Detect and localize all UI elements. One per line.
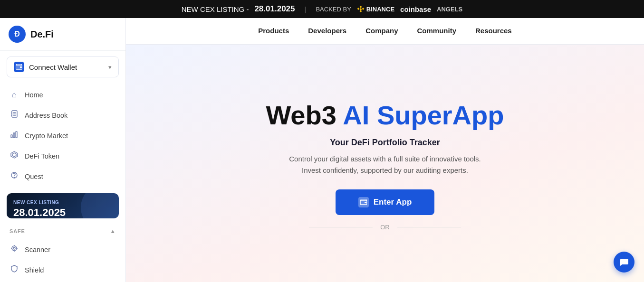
chat-button[interactable] bbox=[614, 252, 634, 273]
svg-point-24 bbox=[13, 247, 15, 249]
enter-app-label: Enter App bbox=[374, 197, 412, 207]
address-book-label: Address Book bbox=[25, 112, 67, 119]
or-label: OR bbox=[380, 224, 390, 231]
sidebar-item-scanner[interactable]: Scanner bbox=[0, 239, 125, 260]
hero-title-blue: AI SuperApp bbox=[343, 100, 504, 130]
chevron-down-icon: ▾ bbox=[108, 64, 112, 71]
svg-rect-16 bbox=[13, 133, 15, 138]
nav-products[interactable]: Products bbox=[258, 18, 289, 44]
hero-title-black: Web3 bbox=[266, 100, 343, 130]
crypto-market-label: Crypto Market bbox=[25, 132, 68, 140]
wallet-icon bbox=[14, 62, 24, 72]
svg-marker-4 bbox=[359, 8, 362, 10]
banner-backed-label: BACKED BY bbox=[316, 6, 351, 13]
hero-title: Web3 AI SuperApp bbox=[266, 101, 504, 130]
safe-nav-section: Scanner Shield bbox=[0, 237, 125, 282]
nav-community[interactable]: Community bbox=[417, 18, 457, 44]
content-area: Products Developers Company Community Re… bbox=[126, 18, 644, 282]
top-nav: Products Developers Company Community Re… bbox=[126, 18, 644, 45]
scanner-icon bbox=[10, 244, 19, 254]
svg-point-23 bbox=[12, 246, 17, 251]
svg-marker-19 bbox=[12, 153, 16, 157]
or-line-left bbox=[309, 227, 373, 227]
coinbase-label: coinbase bbox=[400, 5, 431, 13]
sidebar: Ð De.Fi Connect Wallet ▾ ⌂ Home Address … bbox=[0, 18, 126, 282]
quest-label: Quest bbox=[25, 173, 43, 180]
nav-developers[interactable]: Developers bbox=[308, 18, 346, 44]
sidebar-item-home[interactable]: ⌂ Home bbox=[0, 85, 125, 105]
logo-text: De.Fi bbox=[30, 29, 54, 40]
sidebar-item-shield[interactable]: Shield bbox=[0, 260, 125, 280]
svg-marker-1 bbox=[357, 8, 359, 10]
connect-wallet-button[interactable]: Connect Wallet ▾ bbox=[7, 56, 119, 77]
quest-icon bbox=[10, 171, 19, 181]
enter-app-button[interactable]: Enter App bbox=[336, 189, 435, 215]
defi-token-label: DeFi Token bbox=[25, 152, 59, 160]
svg-marker-2 bbox=[362, 8, 364, 10]
or-line-right bbox=[397, 227, 461, 227]
shield-label: Shield bbox=[25, 266, 44, 274]
sidebar-item-quest[interactable]: Quest bbox=[0, 166, 125, 187]
svg-marker-0 bbox=[359, 6, 362, 8]
sidebar-item-defi-token[interactable]: DeFi Token bbox=[0, 146, 125, 166]
home-label: Home bbox=[25, 91, 43, 99]
svg-rect-17 bbox=[16, 132, 17, 138]
safe-chevron-icon[interactable]: ▲ bbox=[110, 228, 116, 235]
token-icon bbox=[10, 151, 19, 161]
svg-rect-7 bbox=[20, 66, 22, 68]
hero-desc-line1: Control your digital assets with a full … bbox=[289, 155, 481, 163]
sidebar-item-crypto-market[interactable]: Crypto Market bbox=[0, 125, 125, 146]
promo-banner[interactable]: NEW CEX LISTING 28.01.2025 BACKED BY BIN… bbox=[7, 193, 119, 218]
angels-label: ANGELS bbox=[437, 6, 462, 13]
banner-divider: | bbox=[305, 5, 307, 13]
logo-icon: Ð bbox=[9, 26, 26, 43]
safe-section-header: SAFE ▲ bbox=[0, 223, 125, 237]
scanner-label: Scanner bbox=[25, 246, 50, 254]
sidebar-item-address-book[interactable]: Address Book bbox=[0, 105, 125, 125]
chart-icon bbox=[10, 131, 19, 141]
top-banner: NEW CEX LISTING - 28.01.2025 | BACKED BY… bbox=[0, 0, 644, 18]
nav-section: ⌂ Home Address Book Crypto Market DeFi bbox=[0, 83, 125, 188]
btn-wallet-icon bbox=[358, 197, 369, 207]
svg-rect-30 bbox=[365, 202, 366, 203]
hero-section: Web3 AI SuperApp Your DeFi Portfolio Tra… bbox=[126, 45, 644, 282]
address-book-icon bbox=[10, 110, 19, 120]
or-divider: OR bbox=[309, 224, 461, 231]
svg-point-21 bbox=[14, 177, 15, 178]
hero-description: Control your digital assets with a full … bbox=[289, 153, 481, 176]
logo-area: Ð De.Fi bbox=[0, 18, 125, 51]
shield-icon bbox=[10, 265, 19, 275]
banner-date: 28.01.2025 bbox=[254, 4, 295, 14]
connect-wallet-label: Connect Wallet bbox=[29, 63, 77, 71]
binance-icon: BINANCE bbox=[357, 5, 394, 13]
nav-resources[interactable]: Resources bbox=[475, 18, 512, 44]
svg-rect-15 bbox=[11, 135, 12, 138]
hero-subtitle: Your DeFi Portfolio Tracker bbox=[330, 138, 440, 148]
home-icon: ⌂ bbox=[10, 90, 19, 100]
hero-desc-line2: Invest confidently, supported by our aud… bbox=[302, 166, 468, 174]
safe-label: SAFE bbox=[10, 228, 25, 234]
banner-prefix: NEW CEX LISTING - bbox=[182, 5, 249, 13]
nav-company[interactable]: Company bbox=[365, 18, 398, 44]
svg-marker-18 bbox=[11, 151, 18, 158]
